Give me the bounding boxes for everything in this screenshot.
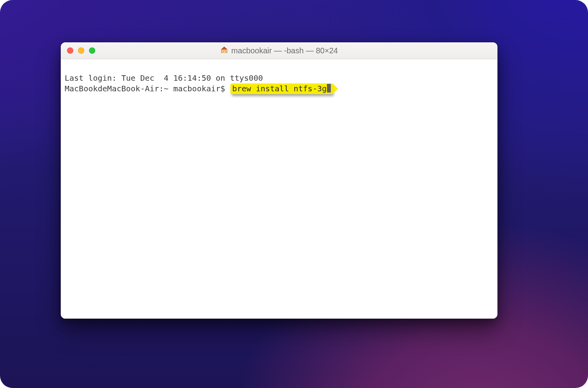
traffic-lights <box>67 47 95 54</box>
close-button[interactable] <box>67 47 73 54</box>
terminal-body[interactable]: Last login: Tue Dec 4 16:14:50 on ttys00… <box>61 59 497 319</box>
window-title: macbookair — -bash — 80×24 <box>61 46 497 56</box>
terminal-prompt: MacBookdeMacBook-Air:~ macbookair$ <box>65 84 225 93</box>
title-bar[interactable]: macbookair — -bash — 80×24 <box>61 42 497 59</box>
terminal-window[interactable]: macbookair — -bash — 80×24 Last login: T… <box>61 42 497 319</box>
highlighted-command: brew install ntfs-3g <box>230 83 332 94</box>
terminal-prompt-line[interactable]: MacBookdeMacBook-Air:~ macbookair$ brew … <box>65 83 494 94</box>
home-icon <box>220 46 228 56</box>
maximize-button[interactable] <box>89 47 95 54</box>
terminal-login-line: Last login: Tue Dec 4 16:14:50 on ttys00… <box>65 73 494 83</box>
terminal-command-text: brew install ntfs-3g <box>232 84 327 93</box>
cursor <box>327 84 331 92</box>
window-title-text: macbookair — -bash — 80×24 <box>231 46 338 55</box>
minimize-button[interactable] <box>78 47 84 54</box>
